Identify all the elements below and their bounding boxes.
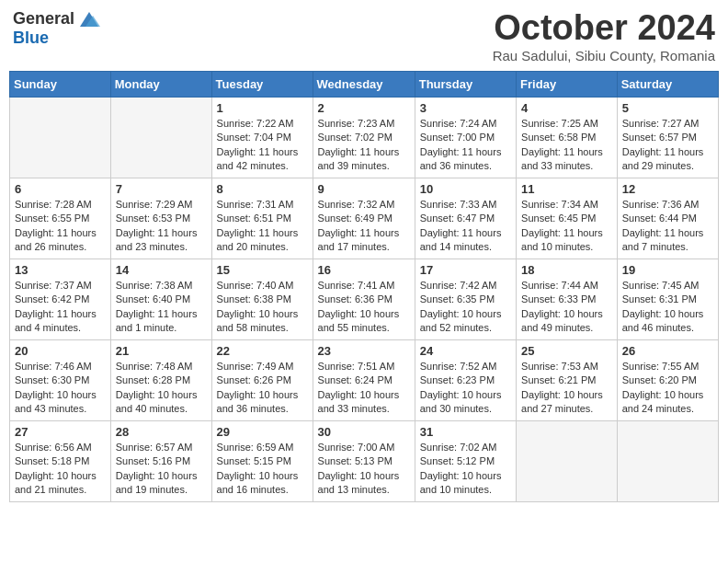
logo-general-text: General: [13, 9, 74, 29]
month-title: October 2024: [493, 9, 715, 48]
weekday-header-saturday: Saturday: [617, 71, 718, 97]
day-info: Sunrise: 7:48 AM Sunset: 6:28 PM Dayligh…: [116, 360, 207, 417]
calendar-cell: 31Sunrise: 7:02 AM Sunset: 5:12 PM Dayli…: [415, 420, 516, 501]
day-info: Sunrise: 7:40 AM Sunset: 6:38 PM Dayligh…: [217, 279, 308, 336]
page-header: General Blue October 2024 Rau Sadului, S…: [9, 9, 719, 63]
week-row-3: 13Sunrise: 7:37 AM Sunset: 6:42 PM Dayli…: [10, 259, 719, 339]
day-number: 27: [15, 425, 106, 439]
week-row-4: 20Sunrise: 7:46 AM Sunset: 6:30 PM Dayli…: [10, 339, 719, 420]
calendar-cell: 27Sunrise: 6:56 AM Sunset: 5:18 PM Dayli…: [10, 420, 111, 501]
week-row-1: 1Sunrise: 7:22 AM Sunset: 7:04 PM Daylig…: [10, 97, 719, 178]
calendar-cell: 26Sunrise: 7:55 AM Sunset: 6:20 PM Dayli…: [617, 339, 718, 420]
calendar-cell: 15Sunrise: 7:40 AM Sunset: 6:38 PM Dayli…: [211, 259, 313, 339]
day-info: Sunrise: 7:45 AM Sunset: 6:31 PM Dayligh…: [622, 279, 713, 336]
day-number: 6: [15, 182, 106, 196]
calendar-cell: 4Sunrise: 7:25 AM Sunset: 6:58 PM Daylig…: [517, 97, 618, 178]
calendar-cell: 5Sunrise: 7:27 AM Sunset: 6:57 PM Daylig…: [617, 97, 718, 178]
day-number: 19: [622, 263, 713, 277]
logo: General Blue: [13, 9, 102, 48]
calendar-cell: 14Sunrise: 7:38 AM Sunset: 6:40 PM Dayli…: [110, 259, 211, 339]
day-number: 10: [420, 182, 511, 196]
day-number: 30: [318, 425, 410, 439]
weekday-header-friday: Friday: [517, 71, 618, 97]
day-number: 20: [15, 344, 106, 358]
calendar-cell: 25Sunrise: 7:53 AM Sunset: 6:21 PM Dayli…: [517, 339, 618, 420]
day-info: Sunrise: 7:24 AM Sunset: 7:00 PM Dayligh…: [420, 117, 511, 174]
day-info: Sunrise: 7:27 AM Sunset: 6:57 PM Dayligh…: [622, 117, 713, 174]
logo-blue-text: Blue: [13, 29, 49, 48]
weekday-header-tuesday: Tuesday: [211, 71, 313, 97]
day-number: 9: [318, 182, 410, 196]
day-info: Sunrise: 7:28 AM Sunset: 6:55 PM Dayligh…: [15, 198, 106, 255]
day-number: 12: [622, 182, 713, 196]
day-number: 13: [15, 263, 106, 277]
calendar-cell: 21Sunrise: 7:48 AM Sunset: 6:28 PM Dayli…: [110, 339, 211, 420]
calendar-cell: 24Sunrise: 7:52 AM Sunset: 6:23 PM Dayli…: [415, 339, 516, 420]
calendar-cell: [110, 97, 211, 178]
day-info: Sunrise: 7:33 AM Sunset: 6:47 PM Dayligh…: [420, 198, 511, 255]
day-number: 26: [622, 344, 713, 358]
calendar-cell: 9Sunrise: 7:32 AM Sunset: 6:49 PM Daylig…: [313, 178, 415, 259]
calendar-cell: 1Sunrise: 7:22 AM Sunset: 7:04 PM Daylig…: [211, 97, 313, 178]
day-number: 3: [420, 101, 511, 115]
day-number: 17: [420, 263, 511, 277]
day-number: 28: [116, 425, 207, 439]
calendar-cell: 16Sunrise: 7:41 AM Sunset: 6:36 PM Dayli…: [313, 259, 415, 339]
calendar-cell: 18Sunrise: 7:44 AM Sunset: 6:33 PM Dayli…: [517, 259, 618, 339]
day-info: Sunrise: 7:53 AM Sunset: 6:21 PM Dayligh…: [521, 360, 612, 417]
day-info: Sunrise: 7:37 AM Sunset: 6:42 PM Dayligh…: [15, 279, 106, 336]
day-number: 22: [217, 344, 308, 358]
calendar-cell: 13Sunrise: 7:37 AM Sunset: 6:42 PM Dayli…: [10, 259, 111, 339]
day-info: Sunrise: 7:34 AM Sunset: 6:45 PM Dayligh…: [521, 198, 612, 255]
day-number: 2: [318, 101, 410, 115]
calendar-cell: [517, 420, 618, 501]
weekday-header-row: SundayMondayTuesdayWednesdayThursdayFrid…: [10, 71, 719, 97]
day-number: 25: [521, 344, 612, 358]
day-info: Sunrise: 7:51 AM Sunset: 6:24 PM Dayligh…: [318, 360, 410, 417]
day-info: Sunrise: 7:41 AM Sunset: 6:36 PM Dayligh…: [318, 279, 410, 336]
day-number: 18: [521, 263, 612, 277]
day-info: Sunrise: 7:36 AM Sunset: 6:44 PM Dayligh…: [622, 198, 713, 255]
calendar-cell: 6Sunrise: 7:28 AM Sunset: 6:55 PM Daylig…: [10, 178, 111, 259]
day-info: Sunrise: 7:44 AM Sunset: 6:33 PM Dayligh…: [521, 279, 612, 336]
calendar-cell: 7Sunrise: 7:29 AM Sunset: 6:53 PM Daylig…: [110, 178, 211, 259]
day-number: 11: [521, 182, 612, 196]
weekday-header-thursday: Thursday: [415, 71, 516, 97]
day-number: 7: [116, 182, 207, 196]
calendar-cell: 11Sunrise: 7:34 AM Sunset: 6:45 PM Dayli…: [517, 178, 618, 259]
day-number: 24: [420, 344, 511, 358]
calendar-cell: 22Sunrise: 7:49 AM Sunset: 6:26 PM Dayli…: [211, 339, 313, 420]
day-info: Sunrise: 7:31 AM Sunset: 6:51 PM Dayligh…: [217, 198, 308, 255]
day-info: Sunrise: 7:38 AM Sunset: 6:40 PM Dayligh…: [116, 279, 207, 336]
day-info: Sunrise: 7:46 AM Sunset: 6:30 PM Dayligh…: [15, 360, 106, 417]
week-row-2: 6Sunrise: 7:28 AM Sunset: 6:55 PM Daylig…: [10, 178, 719, 259]
weekday-header-sunday: Sunday: [10, 71, 111, 97]
day-number: 31: [420, 425, 511, 439]
calendar-cell: 30Sunrise: 7:00 AM Sunset: 5:13 PM Dayli…: [313, 420, 415, 501]
day-number: 5: [622, 101, 713, 115]
calendar-cell: 29Sunrise: 6:59 AM Sunset: 5:15 PM Dayli…: [211, 420, 313, 501]
day-number: 16: [318, 263, 410, 277]
calendar-cell: 8Sunrise: 7:31 AM Sunset: 6:51 PM Daylig…: [211, 178, 313, 259]
calendar-cell: 19Sunrise: 7:45 AM Sunset: 6:31 PM Dayli…: [617, 259, 718, 339]
day-info: Sunrise: 7:25 AM Sunset: 6:58 PM Dayligh…: [521, 117, 612, 174]
calendar-cell: 10Sunrise: 7:33 AM Sunset: 6:47 PM Dayli…: [415, 178, 516, 259]
day-number: 14: [116, 263, 207, 277]
weekday-header-monday: Monday: [110, 71, 211, 97]
day-number: 23: [318, 344, 410, 358]
week-row-5: 27Sunrise: 6:56 AM Sunset: 5:18 PM Dayli…: [10, 420, 719, 501]
day-info: Sunrise: 7:32 AM Sunset: 6:49 PM Dayligh…: [318, 198, 410, 255]
day-info: Sunrise: 7:02 AM Sunset: 5:12 PM Dayligh…: [420, 441, 511, 498]
calendar-cell: 17Sunrise: 7:42 AM Sunset: 6:35 PM Dayli…: [415, 259, 516, 339]
calendar-cell: 2Sunrise: 7:23 AM Sunset: 7:02 PM Daylig…: [313, 97, 415, 178]
calendar-cell: 23Sunrise: 7:51 AM Sunset: 6:24 PM Dayli…: [313, 339, 415, 420]
day-info: Sunrise: 7:00 AM Sunset: 5:13 PM Dayligh…: [318, 441, 410, 498]
day-number: 1: [217, 101, 308, 115]
day-info: Sunrise: 6:57 AM Sunset: 5:16 PM Dayligh…: [116, 441, 207, 498]
day-number: 8: [217, 182, 308, 196]
day-info: Sunrise: 7:42 AM Sunset: 6:35 PM Dayligh…: [420, 279, 511, 336]
calendar-table: SundayMondayTuesdayWednesdayThursdayFrid…: [9, 71, 719, 502]
location-text: Rau Sadului, Sibiu County, Romania: [493, 48, 715, 63]
title-block: October 2024 Rau Sadului, Sibiu County, …: [493, 9, 715, 63]
day-info: Sunrise: 7:49 AM Sunset: 6:26 PM Dayligh…: [217, 360, 308, 417]
